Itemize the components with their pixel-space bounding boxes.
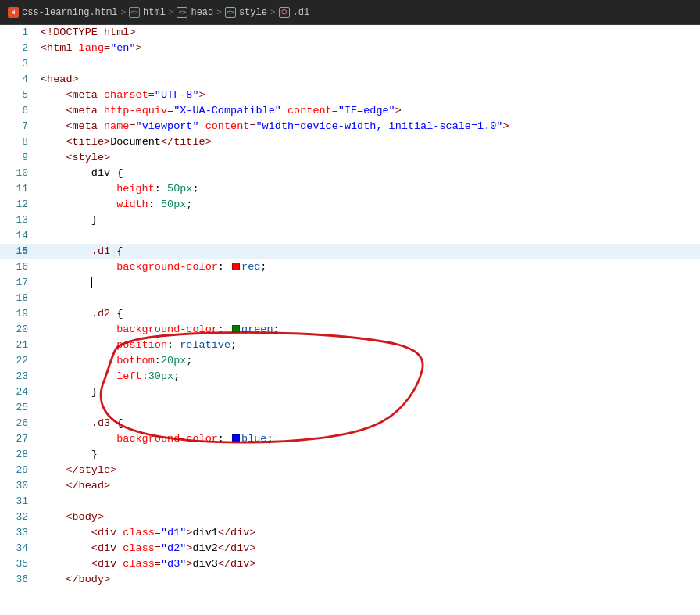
token-punct: = [155,527,161,538]
token-attr-name: class [116,542,155,554]
code-line: 23 left:30px; [0,369,700,384]
html5-icon: H [8,7,19,18]
token-css-value: red [241,261,260,273]
token-punct: < [41,511,73,523]
text-cursor [91,277,93,288]
token-css-selector: .d1 [91,245,116,257]
token-css-brace: : [148,198,161,210]
breadcrumb-sep-1: > [120,8,126,17]
line-content: <head> [38,72,700,88]
line-content: <div class="d1">div1</div> [38,525,700,541]
code-line: 2<html lang="en"> [0,41,700,56]
line-number: 11 [0,181,38,197]
token-css-brace: ; [173,370,180,382]
code-line: 5 <meta charset="UTF-8"> [0,88,700,103]
line-content: bottom:20px; [38,353,700,369]
token-punct: </ [218,558,230,570]
line-content: div { [38,166,700,181]
line-content: width: 50px; [38,197,700,213]
line-content: <meta http-equiv="X-UA-Compatible" conte… [38,103,700,119]
line-number: 34 [0,541,38,556]
line-number: 35 [0,556,38,572]
token-punct: </ [161,136,173,148]
breadcrumb-d1: .d1 [293,7,310,18]
code-line: 28 } [0,447,700,463]
token-punct: </ [41,480,79,492]
code-line: 29 </style> [0,463,700,478]
token-css-brace: { [116,245,123,257]
token-punct: < [41,527,98,538]
token-css-prop: width [41,198,148,210]
line-number: 13 [0,213,38,228]
token-css-value-num: 50px [167,183,192,195]
line-content: .d3 { [38,416,700,431]
html-tag-icon: <> [129,7,140,18]
line-content [38,56,700,72]
editor-wrapper: 1<!DOCTYPE html>2<html lang="en">34<head… [0,25,700,615]
code-line: 6 <meta http-equiv="X-UA-Compatible" con… [0,103,700,119]
token-punct: > [502,120,509,132]
line-content: .d2 { [38,306,700,322]
token-tag: head [47,73,72,85]
token-css-brace: : [155,183,167,195]
line-content: } [38,213,700,228]
line-number: 17 [0,275,38,291]
token-tag: div [230,558,249,570]
breadcrumb-sep-3: > [216,8,222,17]
line-content: <div class="d2">div2</div> [38,541,700,556]
line-number: 19 [0,306,38,322]
code-line: 10 div { [0,166,700,181]
token-punct: < [41,42,47,54]
token-attr-value: "X-UA-Compatible" [173,105,281,116]
line-content: <html lang="en"> [38,41,700,56]
token-attr-value: "d1" [161,527,186,538]
breadcrumb-sep-2: > [169,8,174,17]
token-punct: > [249,542,255,554]
breadcrumb-style: style [239,7,267,18]
token-attr-name: class [116,558,155,570]
token-css-value-num: 20px [161,355,186,366]
token-punct: > [104,136,110,148]
code-editor[interactable]: 1<!DOCTYPE html>2<html lang="en">34<head… [0,25,700,615]
line-content: } [38,384,700,400]
token-punct: = [155,558,161,570]
token-punct: > [395,105,402,116]
token-punct: > [98,511,104,523]
token-punct: > [73,73,79,85]
token-punct: </ [218,527,230,538]
token-css-brace: { [116,308,123,320]
breadcrumb-bar: H css-learning.html > <> html > <> head … [0,0,700,25]
line-number: 2 [0,41,38,56]
token-punct: </ [41,464,79,476]
token-attr-value: "d2" [161,542,186,554]
line-content: <title>Document</title> [38,134,700,150]
token-css-brace: ; [266,433,273,445]
token-punct: > [136,42,142,54]
token-punct: > [104,152,110,163]
code-line: 11 height: 50px; [0,181,700,197]
token-tag: div [98,542,116,554]
line-content: <meta charset="UTF-8"> [38,88,700,103]
token-tag: body [79,574,104,585]
code-line: 31 [0,494,700,510]
token-punct: < [41,105,73,116]
token-punct: > [249,558,255,570]
code-line: 3 [0,56,700,72]
token-attr-name: content [281,105,332,116]
token-punct: = [104,42,110,54]
token-attr-value: "d3" [161,558,186,570]
token-punct: < [41,73,47,85]
line-content: <div class="d3">div3</div> [38,556,700,572]
token-css-value-num: 30px [148,370,173,382]
token-punct: < [41,89,73,101]
line-content: <style> [38,150,700,166]
line-number: 29 [0,463,38,478]
token-text-content: div [41,167,116,179]
line-content [38,275,700,291]
token-tag: style [79,464,111,476]
token-text-content [41,308,91,320]
token-punct: </ [218,542,230,554]
token-attr-name: content [199,120,250,132]
line-number: 26 [0,416,38,431]
line-content: .d1 { [38,244,700,259]
